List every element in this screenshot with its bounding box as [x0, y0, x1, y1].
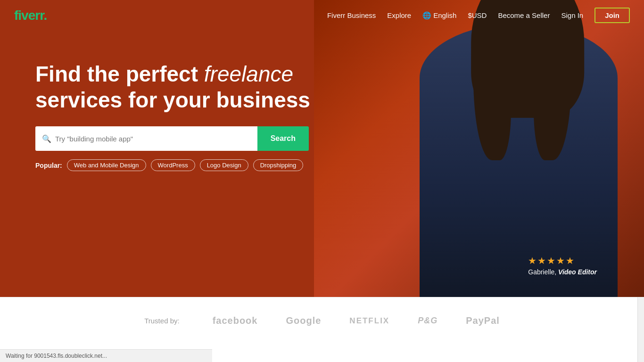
hero-title: Find the perfect freelance services for … [35, 61, 310, 113]
brand-pg: P&G [418, 316, 438, 326]
star-rating: ★★★★★ [528, 255, 597, 266]
seller-name-role: Gabrielle, Video Editor [528, 268, 597, 276]
popular-tags-row: Popular: Web and Mobile Design WordPress… [35, 159, 310, 171]
hero-title-part1: Find the perfect [35, 62, 204, 86]
nav-link-sign-in[interactable]: Sign In [561, 11, 583, 19]
brand-netflix: NETFLIX [349, 316, 389, 326]
status-bar: Waiting for 9001543.fls.doubleclick.net.… [0, 349, 212, 362]
tag-logo-design[interactable]: Logo Design [200, 159, 248, 171]
popular-label: Popular: [35, 162, 62, 169]
seller-role: Video Editor [558, 268, 597, 276]
hero-title-italic: freelance [204, 62, 293, 86]
nav-item-become-seller[interactable]: Become a Seller [498, 11, 550, 20]
brand-google: Google [286, 315, 321, 326]
hero-person-image [314, 0, 644, 297]
hero-content: Find the perfect freelance services for … [35, 61, 310, 171]
nav-item-explore[interactable]: Explore [387, 11, 411, 20]
nav-item-currency[interactable]: $USD [468, 11, 487, 20]
logo-text: fiverr [14, 8, 44, 23]
language-label: English [433, 11, 456, 19]
search-bar: 🔍 Search [35, 126, 309, 151]
nav-link-become-seller[interactable]: Become a Seller [498, 11, 550, 19]
globe-icon: 🌐 [422, 11, 431, 20]
tag-dropshipping[interactable]: Dropshipping [253, 159, 304, 171]
seller-name: Gabrielle, [528, 268, 556, 276]
logo-dot: . [44, 8, 47, 23]
brand-paypal: PayPal [466, 315, 500, 326]
trusted-section: Trusted by: facebook Google NETFLIX P&G … [0, 297, 644, 344]
status-text: Waiting for 9001543.fls.doubleclick.net.… [6, 353, 107, 359]
search-input[interactable] [55, 135, 251, 143]
hero-section: ★★★★★ Gabrielle, Video Editor fiverr. Fi… [0, 0, 644, 297]
nav-links: Fiverr Business Explore 🌐 English $USD B… [327, 8, 630, 23]
nav-link-business[interactable]: Fiverr Business [327, 11, 376, 19]
join-button[interactable]: Join [594, 8, 630, 23]
tag-wordpress[interactable]: WordPress [151, 159, 195, 171]
nav-item-sign-in[interactable]: Sign In [561, 11, 583, 20]
brand-facebook: facebook [213, 315, 258, 326]
search-icon: 🔍 [42, 134, 51, 143]
nav-link-explore[interactable]: Explore [387, 11, 411, 19]
search-button[interactable]: Search [257, 126, 309, 151]
logo[interactable]: fiverr. [14, 8, 47, 23]
nav-language[interactable]: 🌐 English [422, 11, 456, 20]
nav-item-business[interactable]: Fiverr Business [327, 11, 376, 20]
navbar: fiverr. Fiverr Business Explore 🌐 Englis… [0, 0, 644, 31]
seller-caption: ★★★★★ Gabrielle, Video Editor [528, 255, 597, 276]
nav-item-join[interactable]: Join [594, 8, 630, 23]
search-input-wrapper[interactable]: 🔍 [35, 126, 257, 151]
nav-link-currency[interactable]: $USD [468, 11, 487, 19]
trusted-label: Trusted by: [144, 317, 179, 325]
tag-web-mobile[interactable]: Web and Mobile Design [67, 159, 146, 171]
hero-title-part2: services for your business [35, 88, 310, 112]
